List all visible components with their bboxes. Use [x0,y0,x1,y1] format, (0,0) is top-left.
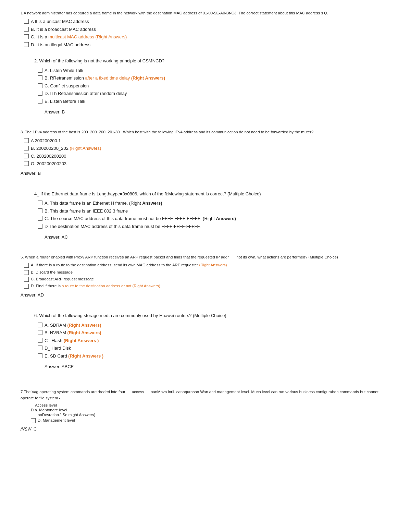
option-label: B. 200200200_202 (Right Answers) [31,145,390,152]
list-item: A. Listen While Talk [38,67,377,74]
q4-answer: Answer: AC [45,234,377,240]
list-item: E. Listen Before Talk [38,98,377,105]
checkbox-icon[interactable] [24,146,29,150]
list-item: D. ITh Retransmission after random delay [38,90,377,97]
list-item: D The destination MAC address of this da… [38,223,377,230]
checkbox-icon[interactable] [38,330,42,335]
checkbox-icon[interactable] [38,216,42,221]
list-item: B. Discard the message [24,269,390,275]
checkbox-icon[interactable] [24,161,29,166]
list-item: D. Management level [31,418,390,423]
option-label: B. RRetransmission after a fixed time de… [45,75,377,82]
option-label: D The destination MAC address of this da… [45,223,377,230]
list-item: C_ Flash (Right Answers ) [38,337,377,344]
option-label: C. 200200200200 [31,153,390,160]
question-7: 7 The Vag operating system commands are … [21,389,390,432]
checkbox-icon[interactable] [24,277,29,282]
q6-text: 6. Which of the fallowing storage media … [34,312,377,319]
q3-options: A 200200200.1 B. 200200200_202 (Right An… [24,137,390,167]
question-3: 3. The 1Pv4 address of the host is 200_2… [21,129,390,176]
q3-answer: Answer: B [21,171,390,176]
checkbox-icon[interactable] [24,154,29,158]
checkbox-icon[interactable] [38,353,42,358]
checkbox-icon[interactable] [31,418,36,423]
checkbox-icon[interactable] [38,323,42,327]
q7-text: 7 The Vag operating system commands are … [21,389,390,401]
list-item: B. It is a broadcast MAC address [24,26,390,33]
checkbox-icon[interactable] [24,138,29,143]
question-5: 5. When a router enabled with Proxy ARP … [21,254,390,298]
option-label: C_ Flash (Right Answers ) [45,337,377,344]
checkbox-icon[interactable] [24,284,29,289]
list-item: B. This data frame is an IEEE 802.3 fram… [38,208,377,215]
checkbox-icon[interactable] [38,75,42,80]
question-6: 6. Which of the fallowing storage media … [34,312,377,369]
option-label: C. It is a multicast MAC address (Right … [31,34,390,40]
option-label: D. ITh Retransmission after random delay [45,90,377,97]
question-1: 1 A network administrator has captured a… [21,10,390,48]
option-label: A It is a unicast MAC address [31,18,390,25]
list-item: C. Broadcast ARP request message [24,276,390,282]
checkbox-icon[interactable] [38,91,42,96]
option-label: E. Listen Before Talk [45,98,377,105]
q2-text: 2. Which of the following is not the wor… [34,58,377,64]
q2-options: A. Listen While Talk B. RRetransmission … [38,67,377,105]
checkbox-icon[interactable] [24,27,29,32]
list-item: D_ Hard Disk [38,345,377,352]
option-label: D_ Hard Disk [45,345,377,352]
list-item: ooDevratian." So might Answers) [38,413,390,417]
q6-answer: Answer: ABCE [45,364,377,369]
q1-options: A It is a unicast MAC address B. It is a… [24,18,390,48]
option-label: D. Management level [38,418,390,423]
q4-options: A. This data frame is an Ethernet H fram… [38,200,377,230]
q1-text: 1 A network administrator has captured a… [21,10,390,16]
checkbox-icon[interactable] [24,34,29,39]
question-2: 2. Which of the following is not the wor… [34,58,377,114]
list-item: A. This data frame is an Ethernet H fram… [38,200,377,207]
q7-options: Access level D a. Mantonere level ooDevr… [31,403,390,423]
checkbox-icon[interactable] [38,208,42,213]
checkbox-icon[interactable] [38,68,42,73]
list-item: Access level [31,403,390,407]
checkbox-icon[interactable] [38,201,42,205]
checkbox-icon[interactable] [38,224,42,229]
list-item: A. SDRAM (Right Answers) [38,322,377,329]
option-label: O. 200200200203 [31,160,390,167]
q2-answer: Answer: B [45,109,377,114]
option-label: B. NVRAM (Right Answers) [45,329,377,336]
list-item: D. It is an illegal MAC address [24,41,390,48]
option-label: B. It is a broadcast MAC address [31,26,390,33]
option-label: B. This data frame is an IEEE 802.3 fram… [45,208,377,215]
list-item: D. Find if there is a route to the desti… [24,283,390,289]
q6-options: A. SDRAM (Right Answers) B. NVRAM (Right… [38,322,377,360]
q3-text: 3. The 1Pv4 address of the host is 200_2… [21,129,390,135]
option-label: A. If there is a route to the destinatio… [31,262,390,268]
option-label: A. SDRAM (Right Answers) [45,322,377,329]
checkbox-icon[interactable] [24,42,29,47]
checkbox-icon[interactable] [24,263,29,268]
q7-answer: /NSW C [21,427,390,432]
checkbox-icon[interactable] [24,270,29,275]
question-4: 4_ If the Ethernet data frame is Lengtha… [34,191,377,240]
q5-options: A. If there is a route to the destinatio… [24,262,390,289]
checkbox-icon[interactable] [38,83,42,88]
option-label: C. Conflict suspension [45,83,377,89]
option-label: D. Find if there is a route to the desti… [31,283,390,289]
list-item: C. Conflict suspension [38,83,377,89]
list-item: B. NVRAM (Right Answers) [38,329,377,336]
option-label: A. Listen While Talk [45,67,377,74]
list-item: B. RRetransmission after a fixed time de… [38,75,377,82]
option-label: A 200200200.1 [31,137,390,144]
list-item: C. It is a multicast MAC address (Right … [24,34,390,40]
checkbox-icon[interactable] [38,346,42,350]
option-label: E. SD Card (Right Answers ) [45,353,377,360]
option-label: C. Broadcast ARP request message [31,276,390,282]
checkbox-icon[interactable] [38,338,42,343]
q5-text: 5. When a router enabled with Proxy ARP … [21,254,390,260]
option-label: C. The source MAC address of this data f… [45,215,377,222]
checkbox-icon[interactable] [38,99,42,104]
list-item: O. 200200200203 [24,160,390,167]
checkbox-icon[interactable] [24,19,29,24]
list-item: A. If there is a route to the destinatio… [24,262,390,268]
list-item: A 200200200.1 [24,137,390,144]
